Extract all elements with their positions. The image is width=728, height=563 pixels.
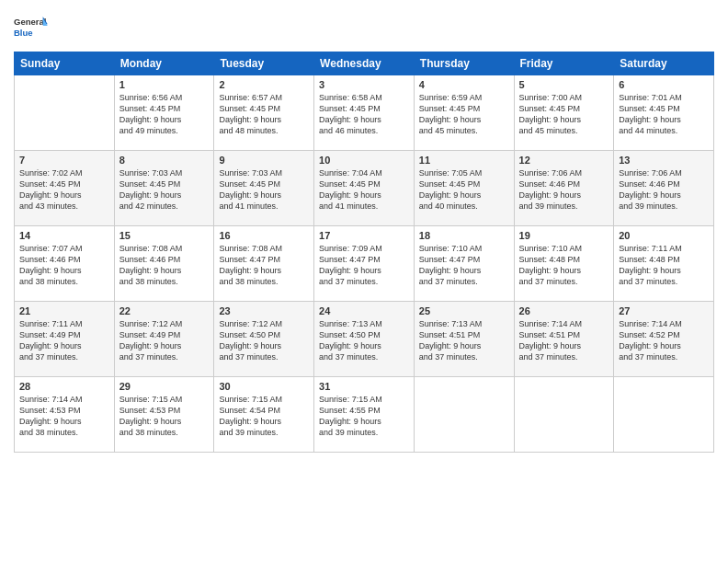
day-info: Sunrise: 7:11 AM Sunset: 4:48 PM Dayligh… [619,243,709,288]
day-number: 14 [19,230,109,241]
day-number: 18 [419,230,509,241]
calendar-cell: 17Sunrise: 7:09 AM Sunset: 4:47 PM Dayli… [314,226,415,302]
calendar-cell [614,377,714,453]
day-info: Sunrise: 7:01 AM Sunset: 4:45 PM Dayligh… [619,92,709,137]
calendar-cell [414,377,514,453]
calendar-header-sunday: Sunday [15,52,115,75]
day-number: 8 [119,155,210,166]
calendar-cell: 19Sunrise: 7:10 AM Sunset: 4:48 PM Dayli… [514,226,614,302]
calendar-cell: 6Sunrise: 7:01 AM Sunset: 4:45 PM Daylig… [614,75,714,151]
calendar-cell: 23Sunrise: 7:12 AM Sunset: 4:50 PM Dayli… [214,302,314,377]
day-number: 20 [619,230,709,241]
page: General Blue SundayMondayTuesdayWednesda… [0,0,728,563]
calendar-header-tuesday: Tuesday [214,52,314,75]
calendar-cell: 16Sunrise: 7:08 AM Sunset: 4:47 PM Dayli… [214,226,314,302]
calendar-header-thursday: Thursday [414,52,514,75]
day-info: Sunrise: 7:06 AM Sunset: 4:46 PM Dayligh… [519,167,609,213]
day-number: 6 [619,79,709,90]
day-info: Sunrise: 7:05 AM Sunset: 4:45 PM Dayligh… [419,167,509,213]
day-number: 22 [119,305,210,316]
calendar-cell: 28Sunrise: 7:14 AM Sunset: 4:53 PM Dayli… [15,377,115,453]
calendar-header-friday: Friday [514,52,614,75]
day-number: 26 [519,305,609,316]
day-info: Sunrise: 6:57 AM Sunset: 4:45 PM Dayligh… [219,92,309,137]
day-number: 9 [219,155,309,166]
day-number: 27 [619,305,709,316]
day-info: Sunrise: 7:12 AM Sunset: 4:49 PM Dayligh… [119,318,210,363]
calendar-cell: 20Sunrise: 7:11 AM Sunset: 4:48 PM Dayli… [614,226,714,302]
calendar-week-4: 21Sunrise: 7:11 AM Sunset: 4:49 PM Dayli… [15,302,714,377]
day-info: Sunrise: 7:10 AM Sunset: 4:48 PM Dayligh… [519,243,609,288]
calendar-cell: 29Sunrise: 7:15 AM Sunset: 4:53 PM Dayli… [114,377,214,453]
logo-icon: General Blue [14,9,49,44]
calendar-cell: 13Sunrise: 7:06 AM Sunset: 4:46 PM Dayli… [614,151,714,226]
day-number: 31 [319,381,409,392]
day-info: Sunrise: 7:13 AM Sunset: 4:51 PM Dayligh… [419,318,509,363]
calendar-cell: 4Sunrise: 6:59 AM Sunset: 4:45 PM Daylig… [414,75,514,151]
day-number: 13 [619,155,709,166]
day-number: 30 [219,381,309,392]
day-number: 24 [319,305,409,316]
day-info: Sunrise: 7:08 AM Sunset: 4:47 PM Dayligh… [219,243,309,288]
day-info: Sunrise: 7:04 AM Sunset: 4:45 PM Dayligh… [319,167,409,213]
day-info: Sunrise: 7:15 AM Sunset: 4:53 PM Dayligh… [119,394,210,439]
logo: General Blue [14,9,49,44]
calendar-cell: 11Sunrise: 7:05 AM Sunset: 4:45 PM Dayli… [414,151,514,226]
day-info: Sunrise: 6:59 AM Sunset: 4:45 PM Dayligh… [419,92,509,137]
day-info: Sunrise: 6:56 AM Sunset: 4:45 PM Dayligh… [119,92,210,137]
calendar-cell: 26Sunrise: 7:14 AM Sunset: 4:51 PM Dayli… [514,302,614,377]
calendar-cell: 25Sunrise: 7:13 AM Sunset: 4:51 PM Dayli… [414,302,514,377]
day-number: 10 [319,155,409,166]
calendar-cell: 30Sunrise: 7:15 AM Sunset: 4:54 PM Dayli… [214,377,314,453]
day-number: 23 [219,305,309,316]
day-number: 25 [419,305,509,316]
day-number: 12 [519,155,609,166]
day-number: 19 [519,230,609,241]
calendar-header-saturday: Saturday [614,52,714,75]
calendar-cell: 8Sunrise: 7:03 AM Sunset: 4:45 PM Daylig… [114,151,214,226]
calendar-cell: 9Sunrise: 7:03 AM Sunset: 4:45 PM Daylig… [214,151,314,226]
calendar-header-monday: Monday [114,52,214,75]
day-info: Sunrise: 7:15 AM Sunset: 4:55 PM Dayligh… [319,394,409,439]
day-info: Sunrise: 7:12 AM Sunset: 4:50 PM Dayligh… [219,318,309,363]
day-number: 21 [19,305,109,316]
calendar-cell: 21Sunrise: 7:11 AM Sunset: 4:49 PM Dayli… [15,302,115,377]
svg-text:Blue: Blue [14,28,33,38]
day-info: Sunrise: 7:06 AM Sunset: 4:46 PM Dayligh… [619,167,709,213]
calendar-week-2: 7Sunrise: 7:02 AM Sunset: 4:45 PM Daylig… [15,151,714,226]
day-info: Sunrise: 7:13 AM Sunset: 4:50 PM Dayligh… [319,318,409,363]
day-number: 5 [519,79,609,90]
day-info: Sunrise: 7:02 AM Sunset: 4:45 PM Dayligh… [19,167,109,213]
calendar-cell: 5Sunrise: 7:00 AM Sunset: 4:45 PM Daylig… [514,75,614,151]
day-info: Sunrise: 7:08 AM Sunset: 4:46 PM Dayligh… [119,243,210,288]
day-number: 15 [119,230,210,241]
calendar-cell: 7Sunrise: 7:02 AM Sunset: 4:45 PM Daylig… [15,151,115,226]
calendar-cell: 1Sunrise: 6:56 AM Sunset: 4:45 PM Daylig… [114,75,214,151]
calendar-cell: 10Sunrise: 7:04 AM Sunset: 4:45 PM Dayli… [314,151,415,226]
calendar-cell: 18Sunrise: 7:10 AM Sunset: 4:47 PM Dayli… [414,226,514,302]
calendar-cell: 31Sunrise: 7:15 AM Sunset: 4:55 PM Dayli… [314,377,415,453]
calendar-cell: 14Sunrise: 7:07 AM Sunset: 4:46 PM Dayli… [15,226,115,302]
day-number: 7 [19,155,109,166]
calendar-cell: 12Sunrise: 7:06 AM Sunset: 4:46 PM Dayli… [514,151,614,226]
day-number: 29 [119,381,210,392]
day-number: 4 [419,79,509,90]
day-info: Sunrise: 7:00 AM Sunset: 4:45 PM Dayligh… [519,92,609,137]
day-info: Sunrise: 7:14 AM Sunset: 4:53 PM Dayligh… [19,394,109,439]
day-number: 2 [219,79,309,90]
calendar-cell: 2Sunrise: 6:57 AM Sunset: 4:45 PM Daylig… [214,75,314,151]
calendar-cell: 15Sunrise: 7:08 AM Sunset: 4:46 PM Dayli… [114,226,214,302]
header: General Blue [14,9,714,44]
day-number: 3 [319,79,409,90]
day-info: Sunrise: 7:11 AM Sunset: 4:49 PM Dayligh… [19,318,109,363]
day-number: 11 [419,155,509,166]
calendar-header-row: SundayMondayTuesdayWednesdayThursdayFrid… [15,52,714,75]
calendar-cell: 27Sunrise: 7:14 AM Sunset: 4:52 PM Dayli… [614,302,714,377]
calendar-week-3: 14Sunrise: 7:07 AM Sunset: 4:46 PM Dayli… [15,226,714,302]
day-info: Sunrise: 7:14 AM Sunset: 4:52 PM Dayligh… [619,318,709,363]
day-info: Sunrise: 7:09 AM Sunset: 4:47 PM Dayligh… [319,243,409,288]
calendar-table: SundayMondayTuesdayWednesdayThursdayFrid… [14,52,714,453]
calendar-cell: 22Sunrise: 7:12 AM Sunset: 4:49 PM Dayli… [114,302,214,377]
day-info: Sunrise: 7:15 AM Sunset: 4:54 PM Dayligh… [219,394,309,439]
day-info: Sunrise: 7:10 AM Sunset: 4:47 PM Dayligh… [419,243,509,288]
